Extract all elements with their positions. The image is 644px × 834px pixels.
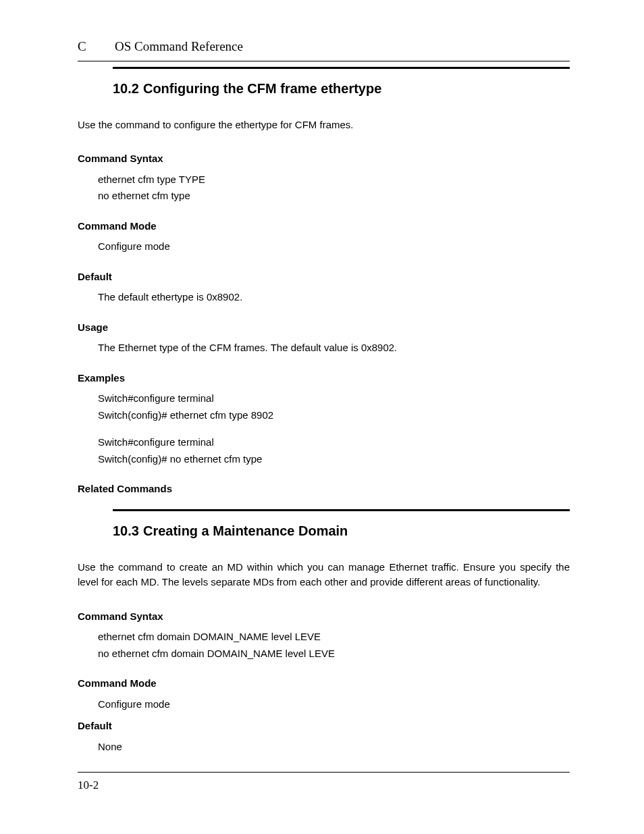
example-line: Switch#configure terminal: [98, 391, 570, 407]
command-syntax-block: ethernet cfm domain DOMAIN_NAME level LE…: [98, 629, 570, 661]
section-number: 10.3: [113, 523, 139, 538]
page-header: C OS Command Reference: [78, 37, 570, 61]
command-mode-label: Command Mode: [78, 219, 570, 234]
default-label: Default: [78, 719, 570, 734]
examples-label: Examples: [78, 371, 570, 386]
command-syntax-block: ethernet cfm type TYPE no ethernet cfm t…: [98, 172, 570, 204]
command-mode-block: Configure mode: [98, 239, 570, 255]
section-separator: [113, 509, 570, 511]
section-intro: Use the command to configure the etherty…: [78, 118, 570, 133]
syntax-line: ethernet cfm type TYPE: [98, 172, 570, 188]
command-mode-block: Configure mode: [98, 697, 570, 712]
usage-label: Usage: [78, 320, 570, 336]
mode-text: Configure mode: [98, 697, 570, 712]
page-number: 10-2: [78, 777, 570, 794]
mode-text: Configure mode: [98, 239, 570, 255]
usage-block: The Ethernet type of the CFM frames. The…: [98, 340, 570, 356]
footer-separator: [78, 772, 570, 773]
default-text: The default ethertype is 0x8902.: [98, 290, 570, 305]
header-letter: C: [78, 37, 115, 57]
syntax-line: no ethernet cfm domain DOMAIN_NAME level…: [98, 646, 570, 662]
section-number: 10.2: [113, 81, 139, 96]
section-heading-10-2: 10.2Configuring the CFM frame ethertype: [113, 78, 570, 99]
section-separator: [113, 67, 570, 69]
header-title: OS Command Reference: [115, 37, 243, 57]
default-text: None: [98, 739, 570, 755]
default-block: The default ethertype is 0x8902.: [98, 290, 570, 305]
example-group: Switch#configure terminal Switch(config)…: [98, 391, 570, 423]
syntax-line: ethernet cfm domain DOMAIN_NAME level LE…: [98, 629, 570, 645]
section-intro: Use the command to create an MD within w…: [78, 560, 570, 590]
command-mode-label: Command Mode: [78, 676, 570, 692]
command-syntax-label: Command Syntax: [78, 151, 570, 167]
usage-text: The Ethernet type of the CFM frames. The…: [98, 340, 570, 356]
syntax-line: no ethernet cfm type: [98, 188, 570, 204]
example-group: Switch#configure terminal Switch(config)…: [98, 435, 570, 467]
section-title: Configuring the CFM frame ethertype: [143, 81, 381, 96]
examples-block: Switch#configure terminal Switch(config)…: [98, 391, 570, 467]
section-heading-10-3: 10.3Creating a Maintenance Domain: [113, 521, 570, 541]
example-line: Switch#configure terminal: [98, 435, 570, 450]
related-commands-label: Related Commands: [78, 481, 570, 497]
command-syntax-label: Command Syntax: [78, 609, 570, 625]
default-block: None: [98, 739, 570, 755]
default-label: Default: [78, 269, 570, 285]
example-line: Switch(config)# no ethernet cfm type: [98, 452, 570, 467]
example-line: Switch(config)# ethernet cfm type 8902: [98, 408, 570, 423]
section-title: Creating a Maintenance Domain: [143, 523, 348, 538]
